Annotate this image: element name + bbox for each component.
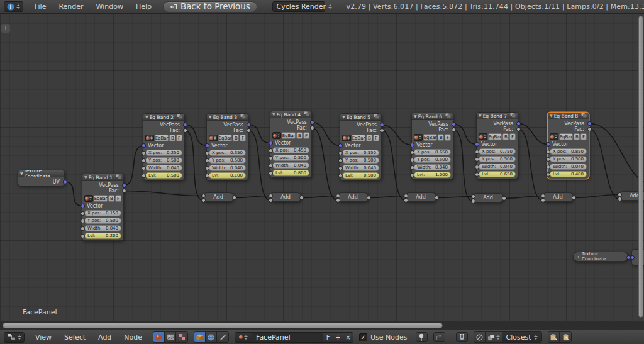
- material-name-button[interactable]: EqBar: [155, 135, 169, 141]
- value-slider[interactable]: X pos:0.550: [342, 150, 379, 156]
- material-name-button[interactable]: EqBar: [94, 195, 108, 202]
- value-socket[interactable]: [475, 157, 479, 162]
- value-slider[interactable]: Lvl:0.100: [209, 172, 246, 179]
- value-slider[interactable]: Lvl:0.500: [342, 172, 379, 179]
- toggle-b-button[interactable]: B: [574, 133, 580, 140]
- copy-nodes-button[interactable]: [548, 332, 560, 342]
- texture-coordinate-node-collapsed[interactable]: ▸Texture Coordinate: [573, 252, 628, 262]
- vector-socket[interactable]: [205, 143, 209, 148]
- editor-type-selector[interactable]: [4, 332, 25, 343]
- vector-socket[interactable]: [269, 141, 273, 145]
- material-name-button[interactable]: EqBar: [423, 134, 438, 141]
- vector-socket[interactable]: [410, 143, 414, 147]
- vector-socket[interactable]: [630, 255, 635, 260]
- fake-user-f-button[interactable]: F: [445, 134, 451, 141]
- stepper-arrows[interactable]: [244, 335, 248, 340]
- value-socket[interactable]: [410, 158, 414, 162]
- vector-socket[interactable]: [587, 121, 592, 126]
- value-slider[interactable]: Width:0.040: [479, 164, 516, 170]
- value-socket[interactable]: [269, 198, 273, 203]
- value-socket[interactable]: [142, 166, 146, 170]
- value-slider[interactable]: Y pos:0.500: [145, 157, 182, 164]
- stepper-arrows[interactable]: [214, 136, 216, 140]
- value-socket[interactable]: [122, 189, 126, 193]
- value-socket[interactable]: [142, 151, 146, 155]
- material-name-button[interactable]: EqBar: [559, 133, 574, 140]
- tree-type-shader-button[interactable]: [153, 332, 165, 342]
- value-slider[interactable]: Width:0.040: [209, 165, 246, 171]
- paste-nodes-button[interactable]: [560, 332, 571, 342]
- vector-socket[interactable]: [142, 143, 146, 148]
- back-to-previous-button[interactable]: Back to Previous: [163, 1, 257, 13]
- render-engine-dropdown[interactable]: Cycles Render: [272, 1, 325, 12]
- vector-socket[interactable]: [80, 204, 85, 208]
- value-socket[interactable]: [183, 128, 187, 133]
- fake-user-f-button[interactable]: F: [373, 135, 379, 141]
- stepper-arrows[interactable]: [347, 136, 350, 140]
- value-socket[interactable]: [587, 127, 592, 131]
- node-header[interactable]: ▼Eq Band 1: [82, 174, 123, 181]
- value-socket[interactable]: [435, 196, 439, 200]
- node-header[interactable]: ▼Eq Band 7: [477, 113, 518, 119]
- value-socket[interactable]: [336, 198, 340, 203]
- value-socket[interactable]: [410, 165, 414, 170]
- eq-band-node[interactable]: ▼Eq Band 5VecPassFac:EqBarBFVectorX pos:…: [340, 113, 382, 180]
- stepper-arrows[interactable]: [555, 135, 557, 138]
- node-header[interactable]: ▼Texture Coordinate: [18, 170, 64, 177]
- collapse-triangle-icon[interactable]: ▼: [550, 114, 553, 118]
- stepper-arrows[interactable]: [419, 136, 421, 139]
- fake-user-f-button[interactable]: F: [580, 133, 587, 140]
- collapse-triangle-icon[interactable]: ▼: [414, 114, 417, 118]
- value-socket[interactable]: [541, 194, 545, 198]
- eq-band-node[interactable]: ▼Eq Band 6VecPassFac:EqBarBFVectorX pos:…: [411, 113, 453, 180]
- value-socket[interactable]: [338, 158, 343, 163]
- value-socket[interactable]: [201, 198, 206, 203]
- material-name-button[interactable]: EqBar: [218, 135, 233, 141]
- value-slider[interactable]: X pos:0.850: [550, 148, 587, 155]
- value-slider[interactable]: Lvl:1.000: [414, 172, 451, 178]
- value-slider[interactable]: Width:0.040: [414, 164, 451, 170]
- value-socket[interactable]: [380, 128, 384, 133]
- value-socket[interactable]: [475, 150, 479, 154]
- value-socket[interactable]: [338, 174, 343, 178]
- value-socket[interactable]: [502, 196, 506, 201]
- value-socket[interactable]: [269, 156, 273, 160]
- value-slider[interactable]: Lvl:0.400: [550, 171, 587, 177]
- stepper-arrows[interactable]: [496, 335, 500, 340]
- stepper-arrows[interactable]: [277, 134, 280, 137]
- node-header[interactable]: ▼Eq Band 6: [412, 113, 453, 120]
- snap-element-dropdown[interactable]: [486, 332, 502, 342]
- browse-material-button[interactable]: [550, 133, 558, 140]
- value-socket[interactable]: [404, 198, 408, 203]
- value-slider[interactable]: Y pos:0.500: [272, 155, 309, 161]
- menu-help[interactable]: Help: [136, 3, 152, 11]
- value-socket[interactable]: [475, 172, 479, 177]
- value-slider[interactable]: X pos:0.650: [414, 149, 451, 155]
- toggle-b-button[interactable]: B: [169, 135, 175, 141]
- value-slider[interactable]: Width:0.040: [84, 225, 121, 231]
- collapse-triangle-icon[interactable]: ▼: [20, 172, 23, 175]
- value-slider[interactable]: Width:0.040: [550, 164, 587, 170]
- eq-band-node[interactable]: ▼Eq Band 2VecPassFac:EqBarBFVectorX pos:…: [143, 113, 185, 180]
- collapse-triangle-icon[interactable]: ▼: [479, 114, 482, 118]
- node-editor-canvas[interactable]: + FacePanel ▼Eq Band 1VecPassFac:EqBarBF…: [0, 14, 644, 330]
- collapse-triangle-icon[interactable]: ▼: [342, 115, 345, 119]
- tree-type-compositing-button[interactable]: [165, 332, 176, 342]
- value-slider[interactable]: Y pos:0.500: [414, 157, 451, 163]
- value-socket[interactable]: [205, 174, 209, 178]
- value-slider[interactable]: Lvl:0.650: [479, 171, 516, 177]
- fake-user-button[interactable]: F: [323, 333, 333, 342]
- eq-band-node[interactable]: ▼Eq Band 3VecPassFac:EqBarBFVectorX pos:…: [206, 113, 248, 180]
- toggle-b-button[interactable]: B: [502, 133, 509, 140]
- value-socket[interactable]: [336, 194, 340, 198]
- value-socket[interactable]: [618, 197, 622, 201]
- value-socket[interactable]: [205, 151, 209, 155]
- eq-band-node[interactable]: ▼Eq Band 7VecPassFac:EqBarBFVectorX pos:…: [476, 112, 518, 179]
- material-name-button[interactable]: EqBar: [282, 132, 296, 139]
- fake-user-f-button[interactable]: F: [240, 135, 246, 141]
- value-socket[interactable]: [546, 165, 550, 169]
- vertical-scrollbar[interactable]: [638, 16, 643, 318]
- toggle-b-button[interactable]: B: [296, 132, 303, 139]
- eq-band-node[interactable]: ▼Eq Band 1VecPassFac:EqBarBFVectorX pos:…: [82, 174, 124, 241]
- collapse-triangle-icon[interactable]: ▼: [209, 115, 212, 119]
